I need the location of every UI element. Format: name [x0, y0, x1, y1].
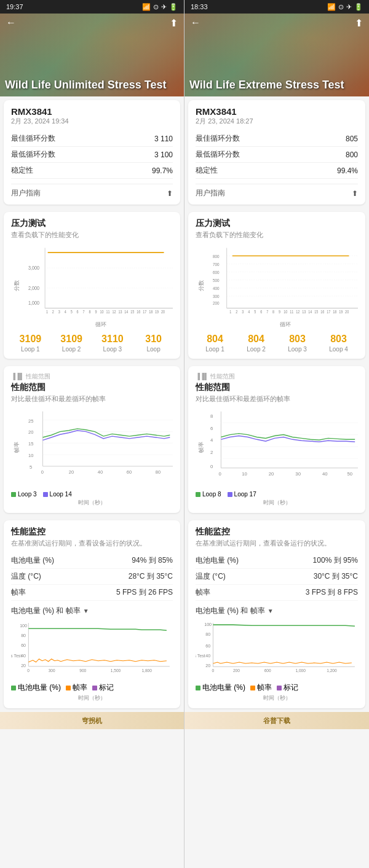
perf-chart-right: 8 6 4 2 0 0 10 20 30 40 50: [209, 409, 358, 488]
airplane-icon: ✈: [161, 3, 167, 11]
svg-text:300: 300: [49, 668, 55, 673]
dropdown-right[interactable]: 电池电量 (%) 和 帧率 ▼: [196, 606, 358, 616]
back-button-right[interactable]: ←: [191, 17, 200, 29]
loop-item-r2: 803 Loop 3: [278, 334, 317, 353]
device-name-left: RMX3841: [11, 106, 173, 117]
perf-chart-left: 25 20 15 10 5 0 20 40 60 80: [28, 409, 173, 488]
wifi-icon: ⊙: [153, 3, 159, 11]
stress-ylabel-left: 分数: [13, 280, 21, 291]
guide-share-icon-left[interactable]: ⬆: [167, 189, 173, 198]
svg-text:2,000: 2,000: [28, 286, 40, 292]
legend-dot-0: [11, 492, 16, 497]
stress-section-left: 压力测试 查看负载下的性能变化 分数 3,000 2,000 1,000: [4, 212, 180, 359]
watermark-text-left: 穹拐机: [82, 716, 102, 725]
legend-item-0: Loop 3: [11, 491, 37, 498]
dropdown-arrow-left[interactable]: ▼: [83, 608, 89, 614]
device-date-right: 2月 23, 2024 18:27: [196, 117, 358, 126]
svg-text:8: 8: [89, 310, 92, 315]
bat-legend-1: 帧率: [66, 682, 87, 693]
svg-text:600: 600: [264, 668, 271, 673]
bat-legend-r0: 电池电量 (%): [196, 682, 245, 693]
bat-legend-0: 电池电量 (%): [11, 682, 61, 693]
guide-label-left[interactable]: 用户指南: [11, 188, 41, 198]
svg-text:11: 11: [106, 310, 111, 315]
svg-text:11: 11: [290, 310, 294, 315]
svg-text:15: 15: [28, 441, 33, 447]
share-button-right[interactable]: ⬆: [355, 17, 363, 29]
svg-text:1,800: 1,800: [141, 668, 152, 673]
svg-text:17: 17: [327, 310, 331, 315]
monitoring-title-right: 性能监控: [196, 526, 358, 538]
perf-title-right: 性能范围: [196, 382, 358, 393]
svg-text:50: 50: [347, 471, 353, 477]
dropdown-left[interactable]: 电池电量 (%) 和 帧率 ▼: [11, 606, 173, 616]
monitoring-val-2: 5 FPS 到 26 FPS: [116, 587, 173, 598]
svg-text:12: 12: [112, 310, 116, 315]
watermark-left: 穹拐机: [0, 712, 184, 729]
svg-text:500: 500: [213, 278, 220, 283]
svg-text:14: 14: [308, 310, 312, 315]
stat-label-r2: 稳定性: [196, 165, 218, 176]
svg-text:2: 2: [52, 310, 55, 315]
legend-item-r1: Loop 17: [228, 491, 256, 498]
loop-label-r0: Loop 1: [196, 346, 234, 353]
svg-text:40: 40: [21, 654, 26, 659]
svg-text:200: 200: [233, 668, 240, 673]
svg-text:1: 1: [229, 310, 232, 315]
stat-label-1: 最低循环分数: [11, 149, 55, 160]
stat-label-r1: 最低循环分数: [196, 149, 240, 160]
guide-label-right[interactable]: 用户指南: [196, 188, 225, 198]
svg-text:5: 5: [254, 310, 256, 315]
guide-share-icon-right[interactable]: ⬆: [352, 189, 358, 198]
svg-text:10: 10: [284, 310, 288, 315]
info-card-left: RMX3841 2月 23, 2024 19:34 最佳循环分数 3 110 最…: [4, 100, 180, 205]
stat-label-2: 稳定性: [11, 165, 33, 176]
svg-text:16: 16: [137, 310, 141, 315]
hero-nav-right: ← ⬆: [184, 17, 369, 29]
svg-text:4: 4: [210, 437, 213, 443]
stat-value-r1: 800: [346, 151, 358, 159]
dropdown-arrow-right[interactable]: ▼: [268, 608, 274, 614]
monitoring-subtitle-left: 在基准测试运行期间，查看设备运行的状况。: [11, 539, 173, 548]
svg-text:3: 3: [242, 310, 244, 315]
battery-icon-right: 🔋: [354, 3, 363, 11]
stress-ylabel-right: 分数: [197, 280, 205, 291]
perf-section-left: ▐▐▌ 性能范围 性能范围 对比最佳循环和最差循环的帧率 帧率 25 20 15: [4, 366, 180, 513]
loop-item-r3: 803 Loop 4: [319, 334, 358, 353]
loop-label-3: Loop: [134, 346, 173, 353]
hero-title-right: Wild Life Extreme Stress Test: [189, 78, 364, 92]
monitoring-val-0: 94% 到 85%: [132, 555, 173, 566]
signal-icon: 📶: [142, 3, 151, 11]
perf-section-label-right: ▐▐▌ 性能范围: [196, 372, 358, 381]
svg-text:6: 6: [77, 310, 79, 315]
loop-scores-left: 3109 Loop 1 3109 Loop 2 3110 Loop 3 310 …: [11, 334, 173, 353]
back-button-left[interactable]: ←: [6, 17, 16, 29]
svg-text:1,000: 1,000: [28, 300, 40, 307]
share-button-left[interactable]: ⬆: [170, 17, 178, 29]
perf-ylabel-left: 帧率: [13, 442, 21, 453]
perf-subtitle-right: 对比最佳循环和最差循环的帧率: [196, 394, 358, 404]
monitoring-label-r2: 帧率: [196, 587, 210, 598]
svg-text:9: 9: [279, 310, 281, 315]
bat-label-2: 标记: [99, 682, 114, 693]
stat-row-1: 最低循环分数 3 100: [11, 147, 173, 163]
svg-text:300: 300: [213, 294, 220, 299]
svg-text:400: 400: [213, 286, 220, 291]
bat-legend-r1: 帧率: [250, 682, 272, 693]
perf-section-label-left: ▐▐▌ 性能范围: [11, 372, 173, 381]
svg-text:0: 0: [218, 471, 221, 477]
loop-label-1: Loop 2: [52, 346, 91, 353]
loop-score-r1: 804: [237, 334, 276, 345]
bat-label-r0: 电池电量 (%): [202, 682, 245, 693]
monitoring-label-r1: 温度 (°C): [196, 571, 226, 582]
loop-item-r1: 804 Loop 2: [237, 334, 276, 353]
bat-label-0: 电池电量 (%): [18, 682, 61, 693]
stat-label-r0: 最佳循环分数: [196, 133, 240, 144]
svg-text:8: 8: [210, 413, 213, 419]
svg-text:60: 60: [127, 469, 132, 475]
legend-label-0: Loop 3: [18, 491, 37, 498]
loop-label-2: Loop 3: [93, 346, 132, 353]
svg-text:25: 25: [28, 418, 33, 424]
svg-text:100: 100: [20, 624, 27, 628]
stat-label-0: 最佳循环分数: [11, 133, 55, 144]
